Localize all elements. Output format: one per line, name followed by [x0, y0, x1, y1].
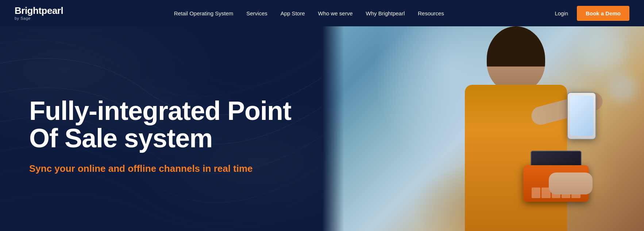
bokeh-blur-2: [608, 73, 637, 102]
hero-right-panel: [322, 0, 644, 231]
nav-item-who-we-serve[interactable]: Who we serve: [318, 10, 352, 16]
phone-device: [567, 92, 596, 140]
hero-right-gradient: [322, 0, 344, 231]
logo-sub: by Sage: [15, 16, 31, 20]
hero-section: Fully-integrated Point Of Sale system Sy…: [0, 0, 644, 231]
book-demo-button[interactable]: Book a Demo: [577, 6, 629, 21]
nav-item-resources[interactable]: Resources: [418, 10, 444, 16]
person-hair: [487, 26, 545, 67]
hero-left-panel: Fully-integrated Point Of Sale system Sy…: [0, 0, 322, 231]
photo-simulation: [322, 0, 644, 231]
person-hand: [549, 173, 593, 194]
hero-subheading: Sync your online and offline channels in…: [29, 163, 291, 175]
logo[interactable]: Brightpearl by Sage: [15, 6, 63, 20]
logo-brand: Brightpearl: [15, 6, 63, 15]
nav-item-services[interactable]: Services: [246, 10, 267, 16]
hero-heading: Fully-integrated Point Of Sale system: [29, 97, 291, 152]
pos-key: [532, 188, 540, 198]
navbar-actions: Login Book a Demo: [555, 6, 629, 21]
navbar: Brightpearl by Sage Retail Operating Sys…: [0, 0, 644, 26]
person-figure: [428, 26, 611, 231]
phone-screen: [570, 96, 593, 136]
nav-item-why-brightpearl[interactable]: Why Brightpearl: [366, 10, 405, 16]
login-button[interactable]: Login: [555, 10, 568, 16]
main-nav: Retail Operating System Services App Sto…: [63, 10, 555, 16]
person-head: [487, 26, 545, 92]
nav-item-retail-os[interactable]: Retail Operating System: [174, 10, 234, 16]
nav-item-app-store[interactable]: App Store: [281, 10, 305, 16]
hero-content: Fully-integrated Point Of Sale system Sy…: [29, 83, 291, 175]
